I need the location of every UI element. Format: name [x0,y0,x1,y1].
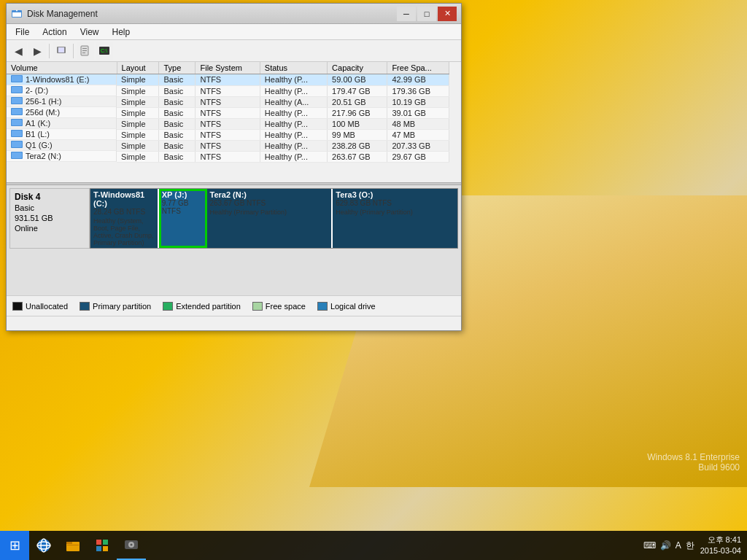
volume-name: 2- (D:) [26,86,48,95]
col-capacity: Capacity [328,62,387,74]
svg-rect-34 [96,540,101,545]
cell-volume: 1-Windows81 (E:) [7,74,117,85]
table-row[interactable]: 256d (M:)SimpleBasicNTFSHealthy (P...217… [7,107,449,118]
cell-volume: 2- (D:) [7,85,117,96]
console-button[interactable]: C:\ [96,42,113,60]
menu-action[interactable]: Action [36,26,72,39]
start-button[interactable]: ⊞ [0,531,29,560]
maximize-button[interactable]: □ [417,7,436,21]
forward-button[interactable]: ▶ [28,42,46,60]
toolbar: ◀ ▶ C:\ [7,40,461,62]
volume-name: 256d (M:) [26,108,60,117]
svg-rect-7 [82,50,87,51]
win-build-text: Build 9600 [647,462,740,472]
cell-type: Basic [159,140,196,151]
table-row[interactable]: 1-Windows81 (E:)SimpleBasicNTFSHealthy (… [7,74,449,86]
cell-type: Basic [159,74,196,86]
partition[interactable]: Tera3 (O:) 629.83 GB NTFS Healthy (Prima… [333,189,457,248]
partition[interactable]: T-Windows81 (C:) 28.24 GB NTFS Healthy (… [90,189,159,248]
table-row[interactable]: B1 (L:)SimpleBasicNTFSHealthy (P...99 MB… [7,129,449,140]
cell-status: Healthy (P... [260,74,327,86]
cell-capacity: 99 MB [328,129,387,140]
cell-capacity: 217.96 GB [328,107,387,118]
volume-table-scroll[interactable]: Volume Layout Type File System Status Ca… [7,62,461,182]
title-bar: Disk Management ─ □ ✕ [7,4,461,24]
table-row[interactable]: 2- (D:)SimpleBasicNTFSHealthy (P...179.4… [7,85,449,96]
cell-free: 207.33 GB [387,140,449,151]
store-icon [94,537,110,553]
disk-name: Disk 4 [15,192,85,202]
taskbar-store[interactable] [88,531,117,560]
back-button[interactable]: ◀ [9,42,27,60]
cell-layout: Simple [117,107,159,118]
svg-rect-4 [58,47,64,52]
taskbar-right: ⌨ 🔊 A 한 오후 8:41 2015-03-04 [643,534,747,557]
table-row[interactable]: Tera2 (N:)SimpleBasicNTFSHealthy (P...26… [7,151,449,162]
cell-layout: Simple [117,151,159,162]
cell-type: Basic [159,118,196,129]
partition-name: T-Windows81 (C:) [93,190,155,208]
svg-rect-32 [66,542,72,544]
up-button[interactable] [53,42,70,60]
disk-map-area[interactable]: Disk 4 Basic 931.51 GB Online T-Windows8… [7,185,461,295]
svg-text:C:\: C:\ [101,48,107,53]
partition[interactable]: Tera2 (N:) 263.67 GB NTFS Healthy (Prima… [207,189,333,248]
svg-rect-24 [12,141,22,147]
volume-icon [11,152,23,160]
cell-layout: Simple [117,118,159,129]
cell-filesystem: NTFS [196,140,260,151]
menu-help[interactable]: Help [107,26,136,39]
volume-name: Tera2 (N:) [26,152,61,160]
close-button[interactable]: ✕ [438,7,457,21]
tray-icon-volume[interactable]: 🔊 [660,540,671,551]
svg-point-2 [16,9,18,11]
partition-size: 28.24 GB NTFS [93,208,155,216]
cell-volume: 256-1 (H:) [7,96,117,107]
col-status: Status [260,62,327,74]
legend-primary: Primary partition [80,302,151,311]
partition-size: 629.83 GB NTFS [336,199,454,207]
cell-status: Healthy (P... [260,140,327,151]
cell-free: 47 MB [387,129,449,140]
taskbar-explorer[interactable] [58,531,88,560]
table-row[interactable]: A1 (K:)SimpleBasicNTFSHealthy (P...100 M… [7,118,449,129]
menu-view[interactable]: View [74,26,105,39]
volume-name: A1 (K:) [26,119,50,128]
cell-free: 39.01 GB [387,107,449,118]
cell-capacity: 100 MB [328,118,387,129]
svg-rect-20 [12,120,22,125]
cell-free: 179.36 GB [387,85,449,96]
status-bar [7,316,461,330]
cell-capacity: 59.00 GB [328,74,387,86]
legend-color-logical [317,302,328,311]
cell-free: 29.67 GB [387,151,449,162]
svg-rect-18 [12,109,22,114]
taskbar-clock[interactable]: 오후 8:41 2015-03-04 [700,534,741,557]
legend-label-freespace: Free space [266,302,306,311]
cell-filesystem: NTFS [196,118,260,129]
svg-rect-8 [82,52,85,53]
menu-file[interactable]: File [9,26,35,39]
disk-status: Online [15,224,85,233]
start-icon: ⊞ [9,537,20,553]
legend-freespace: Free space [252,302,306,311]
window-icon [11,8,23,20]
table-row[interactable]: Q1 (G:)SimpleBasicNTFSHealthy (P...238.2… [7,140,449,151]
svg-rect-16 [12,98,22,104]
menu-bar: File Action View Help [7,24,461,40]
partition-name: Tera3 (O:) [336,190,454,199]
partition-name: Tera2 (N:) [210,190,329,199]
partition[interactable]: XP (J:) 9.77 GB NTFS [159,189,207,248]
taskbar-diskmgmt[interactable] [117,531,146,560]
properties-button[interactable] [77,42,94,60]
partition-status: Healthy (Primary Partition) [210,209,329,216]
col-filesystem: File System [196,62,260,74]
minimize-button[interactable]: ─ [397,7,416,21]
volume-icon [11,108,23,117]
table-row[interactable]: 256-1 (H:)SimpleBasicNTFSHealthy (A...20… [7,96,449,107]
svg-rect-22 [12,131,22,136]
disk-label: Disk 4 Basic 931.51 GB Online [9,188,90,249]
taskbar-ie[interactable] [29,531,58,560]
disk-entry: Disk 4 Basic 931.51 GB Online T-Windows8… [9,188,458,249]
explorer-icon [65,537,81,553]
